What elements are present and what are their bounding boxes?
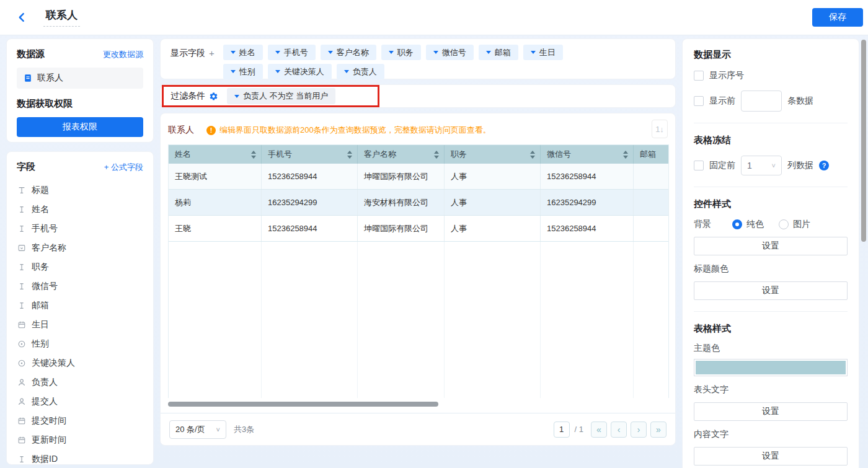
field-item[interactable]: 关键决策人 [17,353,143,373]
header-text-label: 表头文字 [694,384,848,395]
page-size-value: 20 条/页 [175,424,205,435]
field-item[interactable]: 客户名称 [17,238,143,257]
save-button[interactable]: 保存 [812,8,863,27]
field-item[interactable]: 负责人 [17,373,143,392]
solid-label: 纯色 [746,219,764,230]
column-header[interactable]: 微信号 [541,145,634,164]
chevron-down-icon: ˅ [216,426,220,433]
sort-arrows-icon[interactable] [623,151,628,159]
show-first-checkbox[interactable] [694,96,704,106]
column-header-label: 邮箱 [640,149,656,160]
table-cell [634,190,668,215]
freeze-count-select[interactable]: 1 ˅ [741,156,782,175]
last-page-button[interactable]: » [650,422,666,438]
prev-page-button[interactable]: ‹ [611,422,627,438]
bg-solid-option[interactable]: 纯色 [732,219,764,230]
field-item-label: 提交时间 [32,415,66,426]
sort-arrows-icon[interactable] [251,151,256,159]
display-field-tag[interactable]: 关键决策人 [268,64,332,79]
warning-text: 编辑界面只取数据源前200条作为查询数据预览，完整数据请访问页面查看。 [219,125,491,136]
sort-arrows-icon[interactable] [347,151,352,159]
chevron-down-icon [231,70,236,73]
field-item[interactable]: 姓名 [17,200,143,219]
filter-condition-tag[interactable]: 负责人 不为空 当前用户 [227,88,335,104]
field-item-label: 负责人 [32,377,58,388]
table-header-row: 姓名 手机号 客户名称 职务 微信号 邮箱 [169,145,668,164]
next-page-button[interactable]: › [631,422,647,438]
column-header[interactable]: 职务 [445,145,541,164]
table-cell: 人事 [445,216,541,241]
field-item[interactable]: 职务 [17,257,143,276]
change-datasource-link[interactable]: 更改数据源 [103,49,143,60]
add-display-field-button[interactable]: + [209,48,215,58]
field-item[interactable]: 提交时间 [17,411,143,430]
radio-field-icon [17,339,26,348]
table-row: 杨莉16235294299海安材料有限公司人事16235294299 [169,190,668,216]
display-field-tag[interactable]: 姓名 [223,45,263,60]
table-cell: 杨莉 [169,190,262,215]
theme-color-picker[interactable] [694,359,848,376]
gear-icon[interactable] [209,92,218,101]
table-cell: 16235294299 [262,190,358,215]
column-header[interactable]: 客户名称 [358,145,445,164]
radio-unselected-icon[interactable] [779,219,789,229]
display-field-tag[interactable]: 手机号 [268,45,316,60]
vertical-scrollbar[interactable] [861,40,866,242]
column-header[interactable]: 姓名 [169,145,262,164]
field-item[interactable]: 微信号 [17,276,143,296]
display-field-tag[interactable]: 客户名称 [321,45,376,60]
field-item[interactable]: 手机号 [17,219,143,238]
content-text-set-button[interactable]: 设置 [694,447,848,466]
sort-arrows-icon[interactable] [530,151,535,159]
freeze-checkbox[interactable] [694,161,704,170]
table-cell: 15236258944 [262,164,358,189]
display-field-tag[interactable]: 性别 [223,64,263,79]
chevron-down-icon [275,51,280,54]
show-index-checkbox[interactable] [694,71,704,81]
show-first-count-input[interactable] [741,91,782,112]
page-size-select[interactable]: 20 条/页 ˅ [169,420,226,439]
display-field-tag[interactable]: 邮箱 [479,45,518,60]
sort-arrows-icon[interactable] [434,151,439,159]
date-field-icon [17,416,26,425]
first-page-button[interactable]: « [591,422,607,438]
display-field-tag[interactable]: 负责人 [337,64,384,79]
field-item[interactable]: 性别 [17,334,143,353]
back-icon[interactable] [16,11,30,24]
field-item[interactable]: 提交人 [17,392,143,411]
table-cell: 王晓 [169,216,262,241]
display-field-tag[interactable]: 职务 [381,45,421,60]
date-field-icon [17,320,26,329]
current-page-input[interactable]: 1 [554,422,570,438]
field-item[interactable]: 生日 [17,315,143,334]
field-item-label: 性别 [32,338,49,350]
help-icon[interactable]: ? [819,161,829,170]
field-item-label: 职务 [32,262,49,273]
add-formula-field-link[interactable]: + 公式字段 [104,162,143,173]
field-item[interactable]: 更新时间 [17,430,143,449]
field-item[interactable]: 邮箱 [17,296,143,315]
table-cell: 坤曜国际有限公司 [358,216,445,241]
report-permission-button[interactable]: 报表权限 [17,117,143,137]
data-display-title: 数据显示 [694,49,848,61]
column-header[interactable]: 邮箱 [634,145,668,164]
column-header[interactable]: 手机号 [262,145,358,164]
person-field-icon [17,377,26,387]
radio-selected-icon[interactable] [732,219,742,229]
datasource-item[interactable]: 联系人 [17,68,143,89]
horizontal-scrollbar[interactable] [168,402,438,407]
field-item[interactable]: 标题 [17,180,143,200]
header-text-set-button[interactable]: 设置 [694,402,848,421]
title-color-set-button[interactable]: 设置 [694,281,848,300]
freeze-suffix: 列数据 [787,160,813,171]
background-set-button[interactable]: 设置 [694,237,848,255]
show-index-label: 显示序号 [709,70,744,81]
sort-order-button[interactable]: 1↓ [652,120,668,138]
show-first-suffix: 条数据 [787,95,813,107]
display-field-tag[interactable]: 微信号 [426,45,474,60]
display-field-tag[interactable]: 生日 [523,45,563,60]
chevron-down-icon [234,95,239,98]
column-header-label: 客户名称 [364,149,396,160]
bg-image-option[interactable]: 图片 [779,219,810,230]
field-item[interactable]: 数据ID [17,449,143,465]
